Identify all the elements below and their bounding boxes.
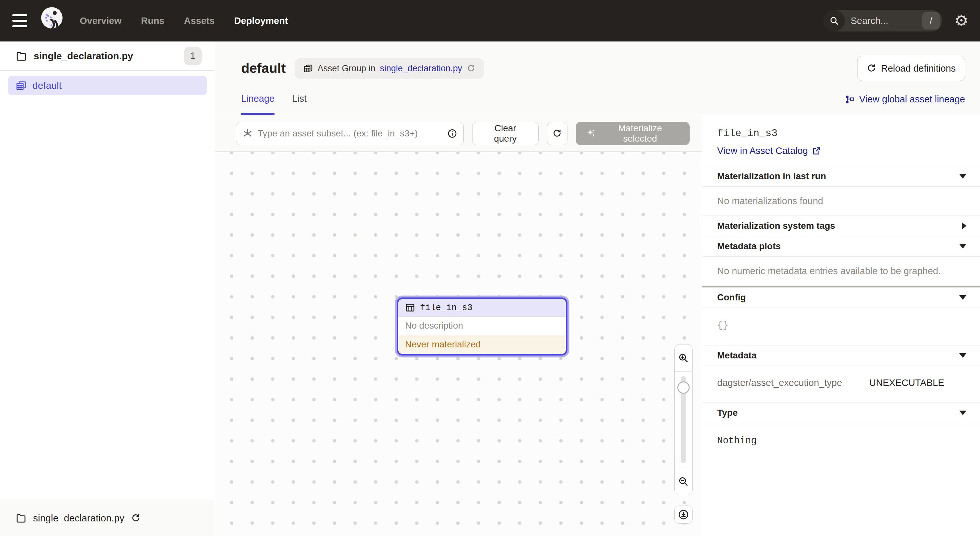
section-label: Metadata [717, 350, 756, 361]
tab-list[interactable]: List [292, 84, 307, 115]
search-icon [824, 10, 845, 32]
section-metadata: Metadata dagster/asset_execution_type UN… [702, 345, 980, 403]
section-header[interactable]: Metadata plots [702, 236, 980, 257]
asset-node-name: file_in_s3 [420, 303, 473, 313]
lineage-toolbar: Clear query [215, 115, 702, 152]
download-icon [678, 509, 689, 520]
group-label: default [32, 80, 62, 91]
reload-icon[interactable] [131, 513, 141, 523]
settings-gear-icon[interactable]: ⚙ [955, 13, 968, 29]
section-header[interactable]: Type [702, 403, 980, 423]
tag-prefix-text: Asset Group in [318, 64, 375, 73]
reload-icon [867, 64, 876, 73]
sidebar-code-location[interactable]: single_declaration.py [0, 500, 215, 536]
section-config: Config {} [702, 288, 980, 345]
lineage-canvas[interactable]: file_in_s3 No description Never material… [215, 152, 702, 536]
config-value: {} [717, 320, 729, 331]
clear-query-button[interactable]: Clear query [472, 122, 539, 145]
external-link-icon [812, 146, 821, 156]
chevron-down-icon [959, 353, 966, 358]
reload-definitions-label: Reload definitions [881, 63, 956, 74]
search-shortcut-key: / [922, 12, 940, 30]
zoom-out-icon [678, 476, 689, 487]
tabs-bar: Lineage List View global asset lineage [215, 84, 980, 115]
tag-repo-link[interactable]: single_declaration.py [380, 64, 462, 73]
main-area: default Asset Group in single_declaratio… [215, 41, 980, 536]
page-header: default Asset Group in single_declaratio… [215, 41, 980, 84]
materialize-selected-button[interactable]: Materialize selected [576, 122, 690, 145]
metadata-value: UNEXECUTABLE [869, 377, 944, 388]
metadata-row: dagster/asset_execution_type UNEXECUTABL… [717, 377, 965, 388]
view-in-asset-catalog-link[interactable]: View in Asset Catalog [717, 145, 821, 156]
zoom-out-button[interactable] [675, 468, 692, 495]
sidebar-repo-header[interactable]: single_declaration.py 1 [0, 41, 215, 71]
reload-icon[interactable] [467, 64, 476, 73]
menu-icon[interactable] [12, 11, 32, 30]
section-metadata-plots: Metadata plots No numeric metadata entri… [702, 236, 980, 286]
top-nav: Overview Runs Assets Deployment Search..… [0, 0, 980, 41]
refresh-graph-button[interactable] [547, 122, 568, 145]
metadata-key: dagster/asset_execution_type [717, 377, 869, 388]
section-header[interactable]: Config [702, 288, 980, 308]
no-materializations-text: No materializations found [702, 187, 980, 216]
download-image-button[interactable] [675, 506, 692, 524]
section-materialization-last-run: Materialization in last run No materiali… [702, 166, 980, 216]
asset-node-header: file_in_s3 [398, 299, 566, 317]
global-search-input[interactable]: Search... / [824, 10, 942, 32]
asset-group-icon [16, 80, 27, 91]
zoom-in-button[interactable] [675, 345, 692, 372]
table-icon [405, 303, 415, 313]
asset-subset-input[interactable] [236, 122, 464, 145]
chevron-down-icon [959, 410, 966, 415]
no-metadata-plots-text: No numeric metadata entries available to… [702, 257, 980, 286]
sidebar-group-list: default [0, 71, 215, 500]
zoom-slider[interactable] [675, 372, 692, 468]
nav-assets[interactable]: Assets [184, 16, 215, 26]
asset-group-tag: Asset Group in single_declaration.py [295, 58, 484, 79]
view-global-asset-lineage-link[interactable]: View global asset lineage [845, 94, 965, 105]
sidebar: single_declaration.py 1 default [0, 41, 215, 536]
materialize-label: Materialize selected [600, 123, 679, 144]
chevron-down-icon [959, 174, 966, 178]
folder-icon [16, 50, 27, 62]
info-icon[interactable] [447, 128, 457, 138]
section-label: Materialization in last run [717, 171, 826, 181]
search-placeholder: Search... [851, 16, 888, 26]
asset-count-badge: 1 [184, 47, 202, 65]
chevron-down-icon [959, 295, 966, 300]
section-materialization-system-tags: Materialization system tags [702, 216, 980, 236]
asset-node-status: Never materialized [398, 335, 566, 354]
catalog-link-label: View in Asset Catalog [717, 145, 808, 156]
asset-details-panel: file_in_s3 View in Asset Catalog [702, 115, 980, 536]
section-header[interactable]: Metadata [702, 345, 980, 366]
reload-definitions-button[interactable]: Reload definitions [857, 56, 965, 81]
section-label: Metadata plots [717, 241, 781, 251]
nav-deployment[interactable]: Deployment [234, 16, 288, 26]
section-header[interactable]: Materialization in last run [702, 166, 980, 187]
lineage-graph-icon [845, 95, 854, 104]
folder-icon [16, 513, 27, 524]
tab-lineage[interactable]: Lineage [241, 84, 275, 115]
section-header[interactable]: Materialization system tags [702, 216, 980, 236]
asset-group-icon [303, 64, 313, 73]
section-label: Materialization system tags [717, 221, 835, 231]
nav-overview[interactable]: Overview [80, 16, 121, 26]
section-type: Type Nothing [702, 403, 980, 461]
zoom-slider-thumb[interactable] [677, 382, 690, 394]
zoom-in-icon [678, 353, 689, 364]
asset-title: file_in_s3 [717, 128, 965, 139]
primary-nav: Overview Runs Assets Deployment [80, 16, 288, 26]
section-label: Type [717, 408, 738, 418]
chevron-down-icon [959, 244, 966, 248]
dagster-logo[interactable] [39, 7, 64, 35]
sparkle-icon [586, 128, 596, 139]
asset-node-file_in_s3[interactable]: file_in_s3 No description Never material… [397, 297, 568, 356]
zoom-controls [675, 344, 692, 495]
nav-runs[interactable]: Runs [141, 16, 165, 26]
section-label: Config [717, 292, 746, 303]
repo-file-label: single_declaration.py [34, 51, 133, 62]
asset-node-description: No description [398, 317, 566, 335]
op-selector-icon [242, 128, 253, 139]
page-title: default [241, 60, 286, 76]
sidebar-item-default-group[interactable]: default [8, 76, 207, 95]
